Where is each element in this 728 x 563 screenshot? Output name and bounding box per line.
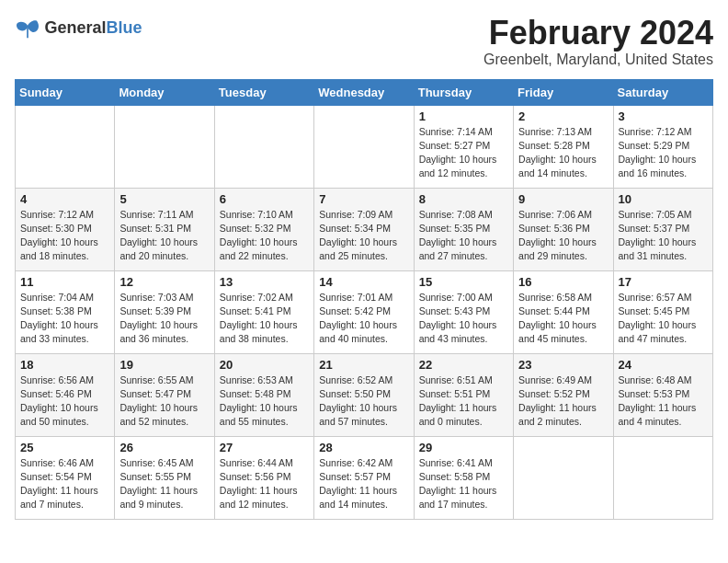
col-header-saturday: Saturday <box>613 79 712 105</box>
day-number: 27 <box>220 441 309 454</box>
calendar-cell: 19Sunrise: 6:55 AM Sunset: 5:47 PM Dayli… <box>115 353 214 436</box>
day-info: Sunrise: 6:53 AM Sunset: 5:48 PM Dayligh… <box>220 373 309 430</box>
calendar-cell: 10Sunrise: 7:05 AM Sunset: 5:37 PM Dayli… <box>613 188 712 270</box>
calendar-cell: 12Sunrise: 7:03 AM Sunset: 5:39 PM Dayli… <box>115 270 214 353</box>
day-number: 16 <box>518 275 608 289</box>
day-info: Sunrise: 7:11 AM Sunset: 5:31 PM Dayligh… <box>119 208 209 264</box>
day-info: Sunrise: 6:58 AM Sunset: 5:44 PM Dayligh… <box>518 291 608 347</box>
day-number: 22 <box>419 358 508 372</box>
calendar-cell <box>16 105 115 188</box>
day-number: 18 <box>20 358 109 372</box>
col-header-thursday: Thursday <box>414 79 513 105</box>
day-number: 11 <box>20 275 109 289</box>
calendar-cell: 23Sunrise: 6:49 AM Sunset: 5:52 PM Dayli… <box>514 353 613 436</box>
day-info: Sunrise: 7:01 AM Sunset: 5:42 PM Dayligh… <box>319 291 408 347</box>
day-info: Sunrise: 6:42 AM Sunset: 5:57 PM Dayligh… <box>319 456 408 512</box>
calendar-cell <box>115 105 214 188</box>
calendar-cell: 22Sunrise: 6:51 AM Sunset: 5:51 PM Dayli… <box>414 353 513 436</box>
day-info: Sunrise: 6:45 AM Sunset: 5:55 PM Dayligh… <box>119 456 209 512</box>
day-number: 7 <box>319 192 408 206</box>
calendar-cell: 17Sunrise: 6:57 AM Sunset: 5:45 PM Dayli… <box>613 270 712 353</box>
col-header-wednesday: Wednesday <box>314 79 414 105</box>
calendar-cell: 14Sunrise: 7:01 AM Sunset: 5:42 PM Dayli… <box>314 270 414 353</box>
day-number: 10 <box>619 192 708 206</box>
day-info: Sunrise: 6:41 AM Sunset: 5:58 PM Dayligh… <box>419 456 508 512</box>
day-info: Sunrise: 7:00 AM Sunset: 5:43 PM Dayligh… <box>419 291 508 347</box>
day-info: Sunrise: 7:03 AM Sunset: 5:39 PM Dayligh… <box>119 291 209 347</box>
calendar-cell: 6Sunrise: 7:10 AM Sunset: 5:32 PM Daylig… <box>214 188 313 270</box>
day-info: Sunrise: 7:12 AM Sunset: 5:30 PM Dayligh… <box>20 208 109 264</box>
day-number: 29 <box>419 441 508 454</box>
day-info: Sunrise: 6:49 AM Sunset: 5:52 PM Dayligh… <box>518 373 608 430</box>
day-number: 14 <box>319 275 408 289</box>
day-number: 15 <box>419 275 508 289</box>
calendar-cell: 5Sunrise: 7:11 AM Sunset: 5:31 PM Daylig… <box>115 188 214 270</box>
calendar-cell <box>314 105 414 188</box>
calendar-cell: 3Sunrise: 7:12 AM Sunset: 5:29 PM Daylig… <box>613 105 712 188</box>
day-number: 13 <box>220 275 309 289</box>
day-info: Sunrise: 6:55 AM Sunset: 5:47 PM Dayligh… <box>119 373 209 430</box>
day-number: 1 <box>419 109 508 123</box>
day-info: Sunrise: 6:46 AM Sunset: 5:54 PM Dayligh… <box>20 456 109 512</box>
location-label: Greenbelt, Maryland, United States <box>15 52 713 68</box>
day-info: Sunrise: 7:04 AM Sunset: 5:38 PM Dayligh… <box>20 291 109 347</box>
day-number: 19 <box>119 358 209 372</box>
calendar-cell: 15Sunrise: 7:00 AM Sunset: 5:43 PM Dayli… <box>414 270 513 353</box>
logo-general-text: General <box>44 18 106 37</box>
day-info: Sunrise: 6:51 AM Sunset: 5:51 PM Dayligh… <box>419 373 508 430</box>
calendar-cell: 27Sunrise: 6:44 AM Sunset: 5:56 PM Dayli… <box>214 436 313 519</box>
day-number: 5 <box>119 192 209 206</box>
day-number: 12 <box>119 275 209 289</box>
calendar-cell: 21Sunrise: 6:52 AM Sunset: 5:50 PM Dayli… <box>314 353 414 436</box>
day-info: Sunrise: 7:09 AM Sunset: 5:34 PM Dayligh… <box>319 208 408 264</box>
day-info: Sunrise: 7:06 AM Sunset: 5:36 PM Dayligh… <box>518 208 608 264</box>
calendar-cell: 28Sunrise: 6:42 AM Sunset: 5:57 PM Dayli… <box>314 436 414 519</box>
day-info: Sunrise: 6:48 AM Sunset: 5:53 PM Dayligh… <box>619 373 708 430</box>
calendar-table: SundayMondayTuesdayWednesdayThursdayFrid… <box>15 79 713 520</box>
day-number: 17 <box>619 275 708 289</box>
day-number: 9 <box>518 192 608 206</box>
day-number: 20 <box>220 358 309 372</box>
day-info: Sunrise: 6:57 AM Sunset: 5:45 PM Dayligh… <box>619 291 708 347</box>
day-number: 24 <box>619 358 708 372</box>
day-number: 23 <box>518 358 608 372</box>
day-info: Sunrise: 6:56 AM Sunset: 5:46 PM Dayligh… <box>20 373 109 430</box>
calendar-cell: 1Sunrise: 7:14 AM Sunset: 5:27 PM Daylig… <box>414 105 513 188</box>
calendar-cell: 13Sunrise: 7:02 AM Sunset: 5:41 PM Dayli… <box>214 270 313 353</box>
day-number: 8 <box>419 192 508 206</box>
col-header-monday: Monday <box>115 79 214 105</box>
logo-blue-text: Blue <box>107 18 142 37</box>
calendar-cell: 16Sunrise: 6:58 AM Sunset: 5:44 PM Dayli… <box>514 270 613 353</box>
calendar-cell: 11Sunrise: 7:04 AM Sunset: 5:38 PM Dayli… <box>16 270 115 353</box>
day-number: 26 <box>119 441 209 454</box>
calendar-cell: 7Sunrise: 7:09 AM Sunset: 5:34 PM Daylig… <box>314 188 414 270</box>
logo: GeneralBlue <box>15 18 142 40</box>
day-number: 4 <box>20 192 109 206</box>
calendar-cell: 29Sunrise: 6:41 AM Sunset: 5:58 PM Dayli… <box>414 436 513 519</box>
day-info: Sunrise: 7:05 AM Sunset: 5:37 PM Dayligh… <box>619 208 708 264</box>
col-header-tuesday: Tuesday <box>214 79 313 105</box>
day-info: Sunrise: 7:13 AM Sunset: 5:28 PM Dayligh… <box>518 125 608 181</box>
day-number: 28 <box>319 441 408 454</box>
day-info: Sunrise: 7:08 AM Sunset: 5:35 PM Dayligh… <box>419 208 508 264</box>
calendar-cell: 4Sunrise: 7:12 AM Sunset: 5:30 PM Daylig… <box>16 188 115 270</box>
day-info: Sunrise: 7:12 AM Sunset: 5:29 PM Dayligh… <box>619 125 708 181</box>
calendar-cell: 9Sunrise: 7:06 AM Sunset: 5:36 PM Daylig… <box>514 188 613 270</box>
day-info: Sunrise: 6:44 AM Sunset: 5:56 PM Dayligh… <box>220 456 309 512</box>
day-number: 21 <box>319 358 408 372</box>
col-header-friday: Friday <box>514 79 613 105</box>
page-header: GeneralBlue February 2024 Greenbelt, Mar… <box>15 15 713 72</box>
day-info: Sunrise: 6:52 AM Sunset: 5:50 PM Dayligh… <box>319 373 408 430</box>
col-header-sunday: Sunday <box>16 79 115 105</box>
calendar-cell: 20Sunrise: 6:53 AM Sunset: 5:48 PM Dayli… <box>214 353 313 436</box>
calendar-cell: 25Sunrise: 6:46 AM Sunset: 5:54 PM Dayli… <box>16 436 115 519</box>
calendar-cell <box>214 105 313 188</box>
calendar-cell: 24Sunrise: 6:48 AM Sunset: 5:53 PM Dayli… <box>613 353 712 436</box>
day-number: 3 <box>619 109 708 123</box>
calendar-cell: 8Sunrise: 7:08 AM Sunset: 5:35 PM Daylig… <box>414 188 513 270</box>
calendar-cell: 2Sunrise: 7:13 AM Sunset: 5:28 PM Daylig… <box>514 105 613 188</box>
day-number: 25 <box>20 441 109 454</box>
calendar-cell: 18Sunrise: 6:56 AM Sunset: 5:46 PM Dayli… <box>16 353 115 436</box>
calendar-cell <box>613 436 712 519</box>
calendar-cell <box>514 436 613 519</box>
